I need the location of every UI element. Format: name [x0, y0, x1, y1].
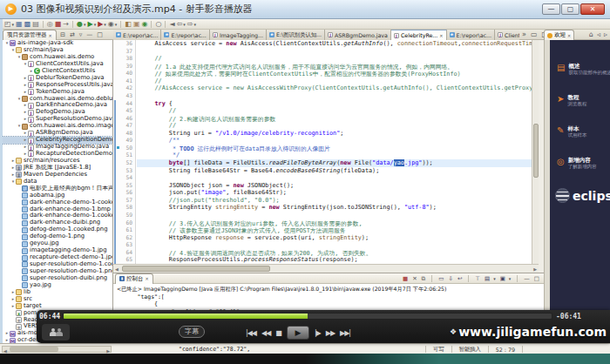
open-console-icon[interactable]: ▣: [500, 274, 505, 283]
tree-item[interactable]: ▸lib: [3, 289, 112, 296]
welcome-tab[interactable]: 欢迎 ✕: [544, 30, 574, 40]
tree-item[interactable]: dark-enhance-demo-1.cooked.bmp: [3, 212, 112, 219]
audio-track-button[interactable]: [42, 324, 70, 340]
tree-item[interactable]: dark-enhance-duibi.png: [3, 219, 112, 226]
editor-tab[interactable]: eE:\repor\ac...: [161, 30, 209, 40]
tree-item[interactable]: ▾JClientContextUtils.java: [3, 61, 112, 68]
close-button[interactable]: ✕: [580, 3, 605, 15]
editor-tab[interactable]: eE:\图识别类认知...: [267, 30, 325, 40]
save-icon[interactable]: ▦: [16, 20, 23, 29]
forward-icon[interactable]: ⇨: [187, 20, 193, 29]
coverage-menu-icon[interactable]: ▾: [104, 22, 106, 27]
editor-vertical-scrollbar[interactable]: [532, 40, 539, 264]
open-console-menu-icon[interactable]: ▾: [509, 276, 512, 281]
coverage-icon[interactable]: ▶: [98, 20, 103, 29]
tree-item[interactable]: ▾Mais-image-java-sdk: [3, 40, 112, 47]
editor-tab[interactable]: JASRBgmDemo.java: [325, 30, 391, 40]
editor-tab[interactable]: JCelebrityRe...✕: [391, 30, 447, 40]
tree-item[interactable]: dark-enhance-demo-1.bmp: [3, 206, 112, 213]
minimize-icon[interactable]: —: [86, 30, 92, 39]
tab-overflow-icon[interactable]: »: [522, 30, 526, 39]
scroll-right-icon[interactable]: ▶: [533, 266, 537, 273]
tree-item[interactable]: defog-demo-1.cooked.png: [3, 226, 112, 233]
save-all-icon[interactable]: ▩: [24, 20, 31, 29]
subtitle-button[interactable]: 字幕: [179, 326, 205, 338]
maximize-icon[interactable]: □: [97, 30, 103, 39]
restore-icon[interactable]: ▭: [531, 30, 538, 39]
forward-menu-icon[interactable]: ▾: [194, 22, 197, 27]
tree-item[interactable]: dark-enhance-demo-1-cooked.bmp: [3, 199, 112, 206]
titlebar[interactable]: ▶ 03 图像和视频识别介绍及演示.mp4 - 射手影音播放器 —▢✕: [0, 0, 610, 19]
tree-item[interactable]: super-resolution-demo-1.cooked.png: [3, 261, 112, 268]
explorer-horizontal-scrollbar[interactable]: ◀ ▶: [2, 346, 112, 353]
run-icon[interactable]: ▶: [88, 20, 93, 29]
tree-item[interactable]: defog-demo-1.png: [3, 233, 112, 240]
tree-item[interactable]: ▾com.huawei.ais.demo.deblur: [3, 96, 112, 103]
project-explorer[interactable]: ▾Mais-image-java-sdk▾src/main/java▾com.h…: [3, 40, 113, 343]
tree-item[interactable]: ▸JResponseProcessUtils.java: [3, 82, 112, 89]
tree-item[interactable]: ♪电影史上最经典的bgm！日本声秀众老大霸气二话: [3, 185, 112, 192]
terminate-icon[interactable]: ■: [55, 20, 62, 29]
editor-tab[interactable]: eE:\repor\ac...: [113, 30, 161, 40]
frame-step-button[interactable]: |▶: [315, 329, 321, 337]
editor-tab[interactable]: JClientConte...: [495, 30, 519, 40]
editor-horizontal-scrollbar[interactable]: ◀ ▶: [113, 264, 539, 273]
word-wrap-icon[interactable]: ↩: [458, 274, 462, 283]
welcome-item-tutorials[interactable]: ➤教程浏览教程: [550, 94, 610, 107]
maximize-icon[interactable]: □: [534, 274, 539, 283]
scrollbar-thumb[interactable]: [122, 266, 270, 272]
tree-item[interactable]: ▾com.huawei.ais.demo.image: [3, 123, 112, 130]
step-over-icon[interactable]: →: [63, 20, 69, 29]
seek-bar[interactable]: [63, 313, 552, 320]
prev-button[interactable]: |◀◀: [246, 329, 256, 337]
profile-menu-icon[interactable]: ▾: [115, 22, 118, 27]
minimize-button[interactable]: —: [542, 3, 560, 15]
view-menu-icon[interactable]: ▿: [79, 30, 83, 39]
tree-item[interactable]: yao.jpg: [3, 282, 112, 289]
nav-forward-icon[interactable]: ▹: [604, 30, 607, 39]
debug-menu-icon[interactable]: ▾: [84, 22, 86, 27]
new-class-icon[interactable]: ◉: [141, 20, 147, 29]
close-icon[interactable]: ✕: [49, 33, 52, 38]
display-selected-console-icon[interactable]: ▤: [485, 274, 490, 283]
fast-forward-button[interactable]: ▶▶: [326, 329, 335, 337]
code-area[interactable]: AisAccess service = new AisAccess(Client…: [137, 40, 532, 264]
tree-item[interactable]: ▸≣JRE 系统库 [JavaSE-1.8]: [3, 165, 112, 172]
tree-item[interactable]: ▸src/main/resources: [3, 158, 112, 165]
skip-breakpoints-icon[interactable]: ◎: [47, 20, 53, 29]
close-icon[interactable]: ✕: [146, 276, 149, 281]
tree-item[interactable]: geyou.jpg: [3, 240, 112, 247]
remove-all-launches-icon[interactable]: ⧉: [422, 274, 426, 283]
back-menu-icon[interactable]: ▾: [183, 22, 186, 27]
new-wizard-menu-icon[interactable]: ▾: [12, 22, 15, 27]
close-icon[interactable]: ✕: [439, 33, 443, 38]
terminate-icon[interactable]: ■: [403, 274, 408, 283]
print-icon[interactable]: ▤: [32, 20, 39, 29]
display-selected-console-menu-icon[interactable]: ▾: [493, 276, 496, 281]
editor-tab[interactable]: JImageTagging...: [210, 30, 267, 40]
close-icon[interactable]: ✕: [567, 33, 571, 38]
new-wizard-icon[interactable]: ◰: [4, 20, 11, 29]
collapse-all-icon[interactable]: ⊟: [60, 30, 65, 39]
code-editor[interactable]: 3637383940414243444546474849505152535455…: [113, 40, 539, 264]
editor-tab[interactable]: eE:\repor\ac...: [447, 30, 495, 40]
tree-item[interactable]: super-resolution-duibi.png: [3, 275, 112, 282]
tree-item[interactable]: ▸JDefogDemo.java: [3, 109, 112, 116]
search-icon[interactable]: ○: [155, 20, 161, 29]
tree-item[interactable]: ▸JSuperResolutionDemo.java: [3, 116, 112, 123]
tree-item[interactable]: ▸JRecaptureDetectionDemo.java: [3, 151, 112, 158]
tree-item[interactable]: ▸JASRBgmDemo.java: [3, 130, 112, 137]
tree-item[interactable]: ▸JCelebrityRecognitionDemo.java: [3, 137, 112, 144]
tree-item[interactable]: ▸JDeblurTokenDemo.java: [3, 75, 112, 82]
tree-item[interactable]: ▸≣Maven Dependencies: [3, 172, 112, 179]
welcome-item-overview[interactable]: ▤概述获取功能部件的概述: [550, 63, 610, 76]
play-button[interactable]: ▶: [287, 326, 309, 340]
scroll-left-icon[interactable]: ◀: [115, 266, 119, 273]
scrollbar-thumb[interactable]: [10, 347, 58, 352]
new-package-icon[interactable]: ▣: [133, 20, 140, 29]
run-menu-icon[interactable]: ▾: [94, 22, 97, 27]
debug-icon[interactable]: ●: [77, 20, 83, 29]
welcome-scrollbar[interactable]: [544, 40, 550, 343]
welcome-item-whats-new[interactable]: ◎新增内容了解新增内容: [550, 157, 610, 170]
console-tab[interactable]: ▮ 控制台 ✕: [115, 273, 153, 284]
